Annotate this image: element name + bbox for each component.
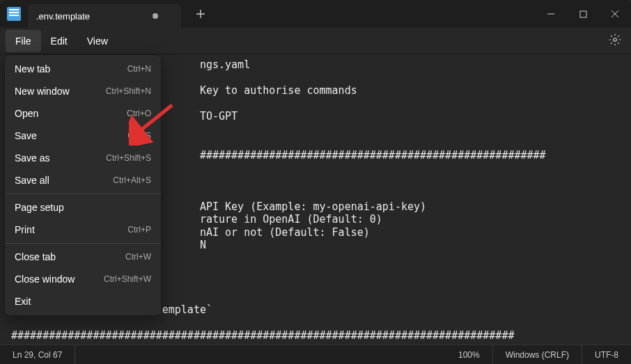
shortcut: Ctrl+Shift+N <box>106 86 151 96</box>
menu-label: Open <box>15 108 38 119</box>
shortcut: Ctrl+S <box>127 131 151 141</box>
file-dropdown-menu: New tab Ctrl+N New window Ctrl+Shift+N O… <box>4 54 162 316</box>
menu-save[interactable]: Save Ctrl+S <box>5 125 161 147</box>
menu-label: Exit <box>15 296 31 307</box>
tab-label: .env.template <box>36 11 90 22</box>
titlebar-left: .env.template <box>0 0 212 28</box>
separator <box>5 193 161 194</box>
menu-label: Save <box>15 130 37 141</box>
menu-bar: File Edit View <box>0 28 631 54</box>
menu-close-tab[interactable]: Close tab Ctrl+W <box>5 246 161 268</box>
menu-label: New window <box>15 86 70 97</box>
menu-label: New tab <box>15 63 50 74</box>
close-button[interactable] <box>599 0 631 28</box>
svg-point-1 <box>614 38 617 41</box>
menu-label: Print <box>15 224 35 235</box>
status-bar: Ln 29, Col 67 100% Windows (CRLF) UTF-8 <box>0 345 631 364</box>
title-bar: .env.template <box>0 0 631 28</box>
menu-label: Close tab <box>15 251 56 262</box>
tab-active[interactable]: .env.template <box>28 4 181 28</box>
status-zoom[interactable]: 100% <box>446 345 493 364</box>
new-tab-button[interactable] <box>189 3 212 25</box>
shortcut: Ctrl+N <box>127 64 151 74</box>
menu-label: Close window <box>15 274 75 285</box>
shortcut: Ctrl+W <box>125 252 151 262</box>
menu-edit[interactable]: Edit <box>41 30 77 52</box>
app-icon <box>0 0 28 28</box>
menu-view[interactable]: View <box>77 30 118 52</box>
settings-button[interactable] <box>605 29 625 53</box>
menu-page-setup[interactable]: Page setup <box>5 196 161 219</box>
shortcut: Ctrl+Alt+S <box>113 175 151 185</box>
menu-save-as[interactable]: Save as Ctrl+Shift+S <box>5 147 161 169</box>
unsaved-dot-icon <box>153 13 158 19</box>
notepad-icon <box>7 7 21 21</box>
status-encoding: UTF-8 <box>582 345 631 364</box>
menu-print[interactable]: Print Ctrl+P <box>5 219 161 241</box>
shortcut: Ctrl+O <box>127 109 151 118</box>
status-line-ending: Windows (CRLF) <box>493 345 582 364</box>
menu-new-tab[interactable]: New tab Ctrl+N <box>5 58 161 80</box>
shortcut: Ctrl+Shift+S <box>106 153 151 163</box>
menu-save-all[interactable]: Save all Ctrl+Alt+S <box>5 169 161 191</box>
svg-rect-0 <box>580 11 586 17</box>
separator <box>5 243 161 244</box>
shortcut: Ctrl+Shift+W <box>104 274 151 284</box>
menu-exit[interactable]: Exit <box>5 290 161 312</box>
minimize-button[interactable] <box>535 0 567 28</box>
menu-file[interactable]: File <box>6 30 41 52</box>
menu-new-window[interactable]: New window Ctrl+Shift+N <box>5 80 161 102</box>
menu-label: Page setup <box>15 202 64 213</box>
maximize-button[interactable] <box>567 0 599 28</box>
shortcut: Ctrl+P <box>127 225 151 235</box>
menu-open[interactable]: Open Ctrl+O <box>5 102 161 125</box>
menus: File Edit View <box>6 30 118 52</box>
menu-label: Save all <box>15 175 49 186</box>
menu-close-window[interactable]: Close window Ctrl+Shift+W <box>5 268 161 290</box>
window-controls <box>535 0 631 28</box>
status-position: Ln 29, Col 67 <box>0 345 75 364</box>
menu-label: Save as <box>15 152 50 164</box>
